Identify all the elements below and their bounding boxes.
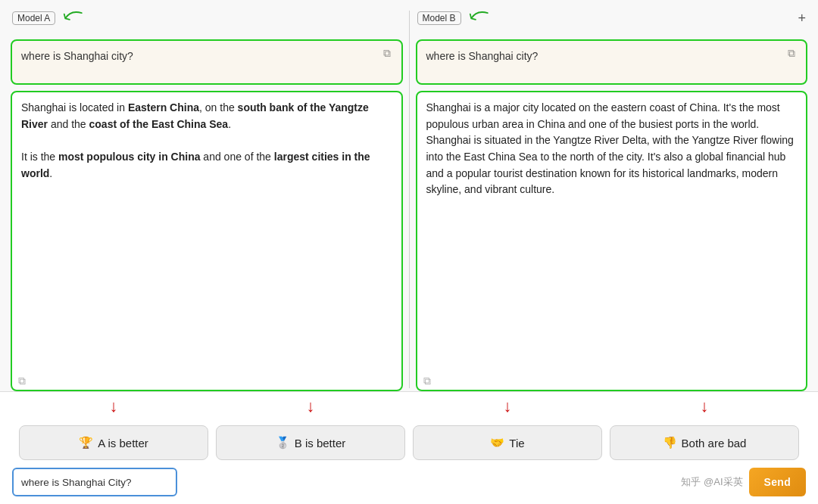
- expand-icon[interactable]: +: [798, 11, 806, 25]
- model-a-label: Model A: [12, 11, 55, 25]
- model-b-arrow-icon: [466, 8, 493, 29]
- panel-divider: [409, 11, 410, 388]
- a-better-icon: 🏆: [79, 436, 93, 450]
- send-button[interactable]: Send: [749, 468, 806, 496]
- model-a-question-text: where is Shanghai city?: [21, 50, 133, 62]
- model-b-header: Model B +: [416, 8, 808, 29]
- model-a-answer-box: Shanghai is located in Eastern China, on…: [11, 91, 403, 391]
- arrows-row: ↓ ↓ ↓ ↓: [0, 392, 818, 416]
- arrow-a-better: ↓: [19, 397, 208, 416]
- model-b-question-box: where is Shanghai city? ⧉: [416, 39, 808, 85]
- model-b-label: Model B: [417, 11, 461, 25]
- arrow-both-bad: ↓: [610, 397, 799, 416]
- input-row: 知乎 @AI采英 Send: [0, 463, 818, 504]
- b-better-label: B is better: [295, 437, 346, 450]
- chat-input[interactable]: [12, 468, 177, 496]
- model-a-arrow-icon: [60, 8, 87, 29]
- send-label: Send: [764, 476, 791, 488]
- watermark-text: 知乎 @AI采英: [681, 475, 742, 489]
- model-a-answer-copy-icon[interactable]: ⧉: [18, 373, 30, 385]
- down-arrow-3: ↓: [504, 397, 512, 416]
- tie-label: Tie: [509, 437, 524, 450]
- b-better-icon: 🥈: [276, 436, 290, 450]
- both-bad-button[interactable]: 👎 Both are bad: [610, 425, 799, 460]
- down-arrow-4: ↓: [701, 397, 709, 416]
- model-b-question-copy-icon[interactable]: ⧉: [788, 45, 800, 58]
- model-a-header: Model A: [11, 8, 403, 29]
- model-b-answer-text: Shanghai is a major city located on the …: [426, 100, 798, 198]
- arrow-tie: ↓: [413, 397, 602, 416]
- both-bad-icon: 👎: [663, 436, 677, 450]
- a-better-button[interactable]: 🏆 A is better: [19, 425, 208, 460]
- model-a-question-copy-icon[interactable]: ⧉: [383, 45, 395, 58]
- down-arrow-2: ↓: [307, 397, 315, 416]
- model-a-question-box: where is Shanghai city? ⧉: [11, 39, 403, 85]
- b-better-button[interactable]: 🥈 B is better: [216, 425, 405, 460]
- model-b-question-text: where is Shanghai city?: [426, 50, 539, 62]
- a-better-label: A is better: [98, 437, 148, 450]
- tie-icon: 🤝: [490, 436, 504, 450]
- vote-buttons-row: 🏆 A is better 🥈 B is better 🤝 Tie 👎 Both…: [0, 416, 818, 463]
- both-bad-label: Both are bad: [682, 437, 747, 450]
- arrow-b-better: ↓: [216, 397, 405, 416]
- model-b-answer-copy-icon[interactable]: ⧉: [423, 373, 436, 385]
- model-a-answer-text: Shanghai is located in Eastern China, on…: [21, 100, 392, 182]
- down-arrow-1: ↓: [110, 397, 118, 416]
- model-b-answer-box: Shanghai is a major city located on the …: [416, 91, 808, 391]
- tie-button[interactable]: 🤝 Tie: [413, 425, 602, 460]
- footer: ↓ ↓ ↓ ↓ 🏆 A is better 🥈 B is better: [0, 391, 818, 504]
